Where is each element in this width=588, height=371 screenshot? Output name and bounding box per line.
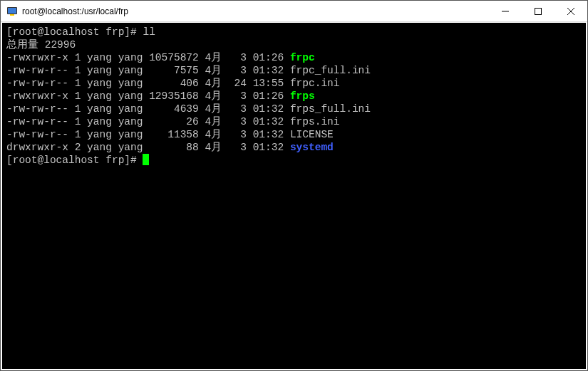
- file-meta: -rwxrwxr-x 1 yang yang 10575872 4月 3 01:…: [6, 52, 290, 63]
- file-name: LICENSE: [290, 129, 334, 140]
- prompt: [root@localhost frp]#: [6, 26, 143, 38]
- maximize-button[interactable]: [522, 1, 555, 21]
- minimize-button[interactable]: [489, 1, 522, 21]
- file-name: frpc: [290, 52, 315, 63]
- terminal-area[interactable]: [root@localhost frp]# ll 总用量 22996 -rwxr…: [1, 22, 587, 370]
- list-item: -rw-rw-r-- 1 yang yang 11358 4月 3 01:32 …: [6, 128, 582, 141]
- svg-rect-1: [8, 8, 16, 14]
- file-name: frpc.ini: [290, 78, 340, 89]
- list-item: -rwxrwxr-x 1 yang yang 12935168 4月 3 01:…: [6, 90, 582, 103]
- prompt-line: [root@localhost frp]#: [6, 154, 582, 167]
- file-meta: -rw-rw-r-- 1 yang yang 11358 4月 3 01:32: [6, 129, 290, 140]
- app-icon: [6, 6, 18, 17]
- file-name: frps.ini: [290, 116, 340, 127]
- file-name: systemd: [290, 142, 334, 153]
- list-item: -rw-rw-r-- 1 yang yang 26 4月 3 01:32 frp…: [6, 115, 582, 128]
- file-listing: -rwxrwxr-x 1 yang yang 10575872 4月 3 01:…: [6, 51, 582, 154]
- total-line: 总用量 22996: [6, 38, 582, 51]
- file-meta: -rwxrwxr-x 1 yang yang 12935168 4月 3 01:…: [6, 90, 290, 102]
- file-name: frps_full.ini: [290, 103, 371, 115]
- file-meta: -rw-rw-r-- 1 yang yang 7575 4月 3 01:32: [6, 65, 290, 76]
- prompt: [root@localhost frp]#: [6, 155, 143, 166]
- svg-rect-2: [10, 14, 14, 16]
- file-meta: drwxrwxr-x 2 yang yang 88 4月 3 01:32: [6, 142, 290, 153]
- file-meta: -rw-rw-r-- 1 yang yang 406 4月 24 13:55: [6, 78, 290, 89]
- list-item: -rw-rw-r-- 1 yang yang 4639 4月 3 01:32 f…: [6, 103, 582, 115]
- file-name: frps: [290, 90, 315, 102]
- list-item: drwxrwxr-x 2 yang yang 88 4月 3 01:32 sys…: [6, 141, 582, 154]
- window-titlebar: root@localhost:/usr/local/frp: [1, 1, 587, 22]
- file-name: frpc_full.ini: [290, 65, 371, 76]
- list-item: -rw-rw-r-- 1 yang yang 406 4月 24 13:55 f…: [6, 77, 582, 90]
- close-button[interactable]: [555, 1, 587, 21]
- cursor-block: [143, 154, 149, 165]
- list-item: -rw-rw-r-- 1 yang yang 7575 4月 3 01:32 f…: [6, 64, 582, 77]
- file-meta: -rw-rw-r-- 1 yang yang 4639 4月 3 01:32: [6, 103, 290, 115]
- command: ll: [143, 26, 155, 38]
- window-title: root@localhost:/usr/local/frp: [22, 6, 489, 16]
- prompt-line: [root@localhost frp]# ll: [6, 26, 582, 38]
- list-item: -rwxrwxr-x 1 yang yang 10575872 4月 3 01:…: [6, 51, 582, 64]
- svg-rect-4: [535, 8, 542, 14]
- window-controls: [489, 1, 587, 21]
- file-meta: -rw-rw-r-- 1 yang yang 26 4月 3 01:32: [6, 116, 290, 127]
